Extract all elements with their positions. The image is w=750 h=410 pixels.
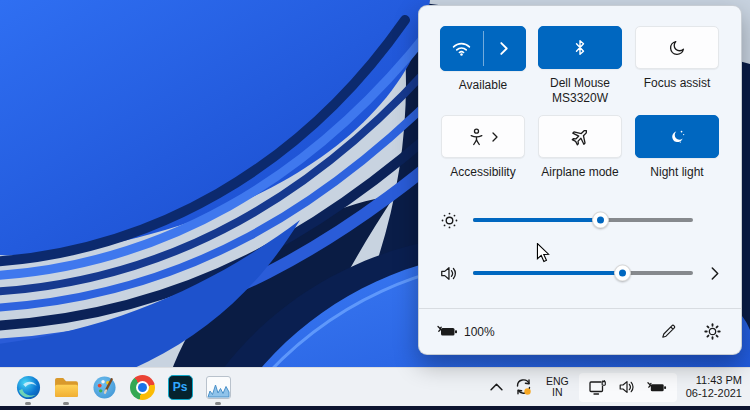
focus-assist-tile-label: Focus assist	[644, 76, 711, 107]
airplane-mode-cell: Airplane mode	[538, 115, 622, 196]
brightness-track[interactable]	[473, 218, 693, 222]
quick-settings-tile-grid: Available Dell Mouse MS3320W Focus	[419, 26, 741, 196]
wifi-expand-button[interactable]	[484, 27, 526, 70]
brightness-fill	[473, 218, 601, 222]
focus-assist-cell: Focus assist	[635, 26, 719, 109]
system-tray: ENG IN	[488, 368, 750, 406]
volume-expand-button[interactable]	[705, 265, 725, 282]
gear-icon	[704, 323, 721, 340]
taskbar-app-chrome[interactable]	[123, 368, 161, 407]
night-light-tile-label: Night light	[650, 165, 703, 196]
file-explorer-icon	[54, 377, 79, 398]
network-icon	[589, 379, 608, 396]
volume-slider[interactable]	[473, 265, 693, 281]
bluetooth-tile[interactable]	[538, 26, 622, 69]
paint-icon	[92, 375, 117, 400]
chevron-right-small-icon	[492, 132, 498, 142]
battery-percent-label: 100%	[464, 325, 495, 339]
sync-status-button[interactable]	[512, 376, 536, 399]
focus-assist-tile[interactable]	[635, 26, 719, 69]
language-line2: IN	[546, 387, 569, 399]
volume-track[interactable]	[473, 271, 693, 275]
quick-settings-panel: Available Dell Mouse MS3320W Focus	[418, 5, 742, 355]
screen-bottom-edge	[0, 406, 750, 410]
chevron-right-icon	[500, 42, 508, 55]
language-indicator[interactable]: ENG IN	[543, 374, 572, 401]
brightness-slider[interactable]	[473, 212, 693, 228]
clock-time: 11:43 PM	[686, 374, 742, 388]
footer-actions	[658, 321, 723, 342]
taskbar-app-paint[interactable]	[85, 368, 123, 407]
clock-date: 06-12-2021	[686, 387, 742, 401]
pencil-icon	[660, 324, 676, 340]
brightness-thumb[interactable]	[592, 212, 609, 229]
settings-button[interactable]	[702, 321, 723, 342]
running-indicator	[25, 402, 31, 405]
sync-icon	[514, 378, 534, 397]
night-light-cell: Night light	[635, 115, 719, 196]
airplane-mode-tile-label: Airplane mode	[541, 165, 618, 196]
photoshop-icon: Ps	[168, 375, 193, 400]
volume-fill	[473, 271, 623, 275]
airplane-icon	[571, 127, 590, 146]
taskbar-app-photoshop[interactable]: Ps	[161, 368, 199, 407]
airplane-mode-tile[interactable]	[538, 115, 622, 158]
wifi-tile[interactable]	[440, 26, 526, 71]
accessibility-icon	[468, 128, 485, 146]
edit-quick-settings-button[interactable]	[658, 322, 678, 342]
night-light-tile[interactable]	[635, 115, 719, 158]
bluetooth-cell: Dell Mouse MS3320W	[538, 26, 622, 109]
sync-alert-dot	[524, 388, 530, 394]
task-manager-icon	[206, 376, 231, 399]
volume-icon	[440, 265, 459, 282]
clock[interactable]: 11:43 PM 06-12-2021	[684, 374, 742, 401]
wifi-cell: Available	[441, 26, 525, 109]
volume-thumb[interactable]	[614, 265, 631, 282]
wifi-icon	[452, 41, 471, 56]
accessibility-tile[interactable]	[441, 115, 525, 158]
volume-tray-icon	[619, 379, 636, 395]
focus-assist-moon-icon	[669, 39, 686, 56]
bluetooth-icon	[574, 39, 586, 56]
taskbar: Ps	[0, 367, 750, 406]
chrome-icon	[130, 375, 155, 400]
chevron-right-icon	[711, 267, 719, 280]
accessibility-tile-label: Accessibility	[450, 165, 515, 196]
battery-charging-icon	[437, 325, 458, 338]
taskbar-app-file-explorer[interactable]	[47, 368, 85, 407]
desktop: Available Dell Mouse MS3320W Focus	[0, 0, 750, 410]
battery-status: 100%	[437, 325, 495, 339]
bluetooth-tile-label: Dell Mouse MS3320W	[538, 76, 622, 107]
brightness-icon	[440, 211, 459, 230]
taskbar-apps: Ps	[9, 368, 237, 406]
running-indicator	[215, 402, 221, 405]
quick-settings-tray-button[interactable]	[579, 373, 677, 402]
accessibility-cell: Accessibility	[441, 115, 525, 196]
edge-icon	[16, 375, 41, 400]
photoshop-icon-label: Ps	[173, 380, 188, 394]
quick-settings-footer: 100%	[419, 308, 741, 354]
taskbar-app-edge[interactable]	[9, 368, 47, 407]
taskbar-app-task-manager[interactable]	[199, 368, 237, 407]
wifi-tile-label: Available	[459, 78, 507, 109]
brightness-slider-row	[435, 200, 725, 240]
chevron-up-icon	[490, 383, 503, 391]
battery-tray-icon	[647, 381, 667, 394]
wifi-toggle-button[interactable]	[441, 27, 483, 70]
night-light-icon	[669, 128, 686, 145]
volume-slider-row	[435, 253, 725, 293]
show-hidden-icons-button[interactable]	[488, 381, 505, 393]
running-indicator	[63, 402, 69, 405]
